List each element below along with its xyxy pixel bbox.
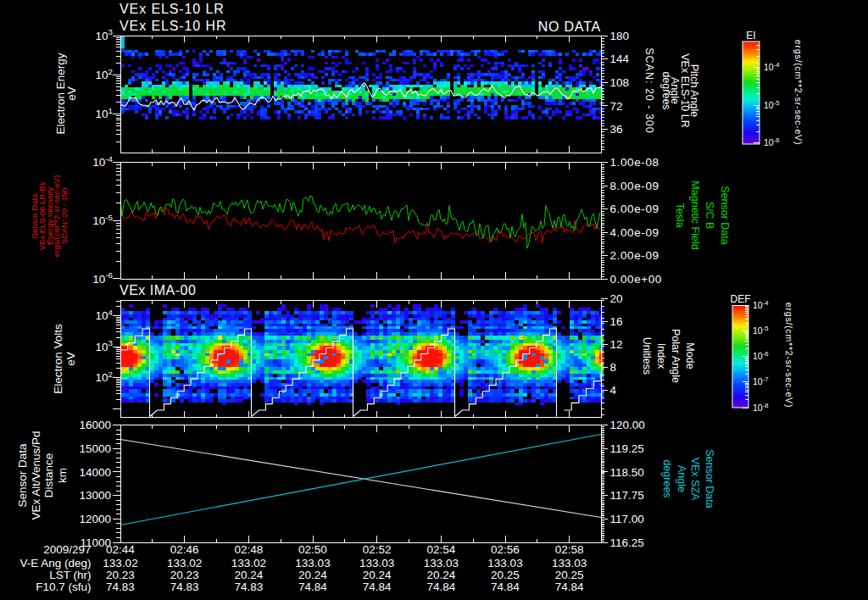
svg-text:02:56: 02:56 xyxy=(491,543,520,556)
svg-text:20.24: 20.24 xyxy=(234,569,263,581)
svg-text:02:58: 02:58 xyxy=(555,543,584,556)
svg-text:LST (hr): LST (hr) xyxy=(49,569,91,581)
svg-text:108: 108 xyxy=(610,76,630,89)
svg-text:133.03: 133.03 xyxy=(295,557,330,569)
svg-text:120.00: 120.00 xyxy=(610,419,645,431)
svg-text:Distance: Distance xyxy=(42,453,55,498)
svg-text:14000: 14000 xyxy=(79,466,111,479)
svg-text:133.03: 133.03 xyxy=(424,557,459,569)
svg-text:74.84: 74.84 xyxy=(298,581,327,593)
svg-text:8.00e-09: 8.00e-09 xyxy=(610,180,659,192)
svg-text:20: 20 xyxy=(610,292,623,305)
svg-text:Unitless: Unitless xyxy=(641,337,653,375)
svg-text:02:48: 02:48 xyxy=(234,543,263,556)
svg-text:8: 8 xyxy=(610,361,617,374)
svg-text:02:52: 02:52 xyxy=(363,543,392,556)
svg-text:NO DATA: NO DATA xyxy=(538,19,601,34)
svg-text:133.03: 133.03 xyxy=(552,557,587,569)
svg-text:Polar Angle: Polar Angle xyxy=(670,329,682,383)
svg-text:SCAN: 20 - 300: SCAN: 20 - 300 xyxy=(643,47,655,134)
svg-text:16000: 16000 xyxy=(79,419,111,431)
svg-text:36: 36 xyxy=(610,123,623,136)
svg-text:74.84: 74.84 xyxy=(427,581,456,593)
svg-text:ergs/(cm**2-sr-sec-eV): ergs/(cm**2-sr-sec-eV) xyxy=(793,40,804,145)
svg-text:20.23: 20.23 xyxy=(170,569,199,581)
svg-text:133.02: 133.02 xyxy=(231,557,266,569)
svg-text:DEF: DEF xyxy=(731,293,751,305)
svg-text:Index: Index xyxy=(655,343,667,369)
svg-text:118.50: 118.50 xyxy=(610,466,644,479)
svg-text:degrees: degrees xyxy=(660,71,672,109)
svg-text:SCAN: 20 - 150: SCAN: 20 - 150 xyxy=(59,188,69,245)
svg-text:2.00e-09: 2.00e-09 xyxy=(610,249,659,262)
svg-text:VEx ELS-10 LR: VEx ELS-10 LR xyxy=(120,2,225,16)
svg-text:74.83: 74.83 xyxy=(170,581,199,593)
svg-text:20.24: 20.24 xyxy=(298,569,327,581)
svg-text:20.25: 20.25 xyxy=(491,569,520,581)
svg-text:ergs/(cm**2-sr-sec-eV): ergs/(cm**2-sr-sec-eV) xyxy=(784,303,794,408)
svg-text:km: km xyxy=(56,468,69,483)
svg-text:13000: 13000 xyxy=(79,489,111,502)
svg-text:VEx IMA-00: VEx IMA-00 xyxy=(120,283,196,297)
svg-text:117.75: 117.75 xyxy=(610,489,644,502)
svg-text:0.00e+00: 0.00e+00 xyxy=(610,273,662,286)
svg-text:Electron Volts: Electron Volts xyxy=(52,324,64,394)
svg-text:20.24: 20.24 xyxy=(427,569,456,581)
svg-text:20.25: 20.25 xyxy=(555,569,584,581)
svg-text:116.25: 116.25 xyxy=(610,536,644,549)
svg-text:72: 72 xyxy=(610,100,623,113)
svg-text:133.02: 133.02 xyxy=(167,557,202,569)
svg-text:4: 4 xyxy=(610,384,617,397)
svg-text:02:44: 02:44 xyxy=(106,543,135,556)
svg-text:eV: eV xyxy=(65,86,78,101)
svg-text:133.03: 133.03 xyxy=(487,557,522,569)
svg-text:133.03: 133.03 xyxy=(359,557,394,569)
svg-text:74.84: 74.84 xyxy=(555,581,584,593)
svg-text:V-E Ang (deg): V-E Ang (deg) xyxy=(19,557,91,569)
svg-text:16: 16 xyxy=(610,315,623,328)
svg-text:Mode: Mode xyxy=(684,342,696,369)
svg-text:133.02: 133.02 xyxy=(103,557,137,569)
svg-text:Magnetic Field: Magnetic Field xyxy=(689,181,701,249)
svg-text:4.00e-09: 4.00e-09 xyxy=(610,226,659,239)
svg-text:1.00e-08: 1.00e-08 xyxy=(610,156,659,169)
svg-text:Tesla: Tesla xyxy=(674,203,686,227)
svg-text:117.00: 117.00 xyxy=(610,513,644,525)
svg-text:Angle: Angle xyxy=(676,465,687,492)
svg-text:02:50: 02:50 xyxy=(298,543,327,556)
svg-text:S/C B: S/C B xyxy=(704,202,715,230)
svg-text:Sensor Data: Sensor Data xyxy=(719,186,731,245)
svg-text:eV: eV xyxy=(64,352,77,366)
svg-text:74.84: 74.84 xyxy=(491,581,520,593)
svg-text:F10.7 (sfu): F10.7 (sfu) xyxy=(36,581,91,593)
svg-text:144: 144 xyxy=(610,53,630,65)
svg-text:Sensor Data: Sensor Data xyxy=(16,443,29,508)
svg-text:74.84: 74.84 xyxy=(363,581,392,593)
svg-text:VEx SZA: VEx SZA xyxy=(689,458,701,501)
svg-text:20.24: 20.24 xyxy=(363,569,392,581)
svg-text:02:54: 02:54 xyxy=(427,543,456,556)
svg-text:degrees: degrees xyxy=(661,459,673,497)
svg-text:74.83: 74.83 xyxy=(106,581,135,593)
svg-text:Sensor Data: Sensor Data xyxy=(704,449,715,508)
svg-text:74.83: 74.83 xyxy=(234,581,263,593)
svg-text:VEx Alt/Venus/Pd: VEx Alt/Venus/Pd xyxy=(30,431,42,519)
svg-text:119.25: 119.25 xyxy=(610,442,644,455)
svg-text:180: 180 xyxy=(610,30,630,42)
svg-text:EI: EI xyxy=(746,30,755,42)
svg-text:12: 12 xyxy=(610,338,623,351)
svg-text:2009/297: 2009/297 xyxy=(43,543,91,556)
svg-text:12000: 12000 xyxy=(79,513,111,525)
svg-text:15000: 15000 xyxy=(79,442,111,455)
svg-text:20.23: 20.23 xyxy=(106,569,135,581)
svg-text:02:46: 02:46 xyxy=(170,543,199,556)
svg-text:VEx ELS-10 HR: VEx ELS-10 HR xyxy=(120,19,226,33)
svg-text:6.00e-09: 6.00e-09 xyxy=(610,203,659,215)
